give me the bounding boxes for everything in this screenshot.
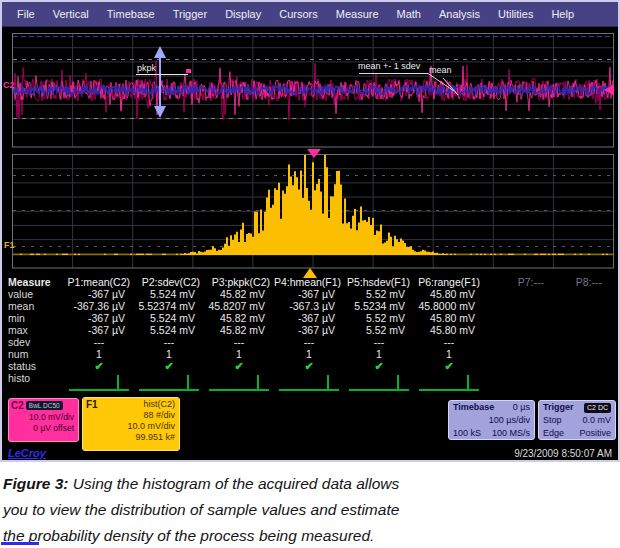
measure-P4-value: -367 µV — [274, 288, 344, 300]
timebase-samples: 100 kS — [453, 427, 481, 440]
f1-bin-scale: 10.0 mV/div — [83, 421, 179, 432]
menu-math[interactable]: Math — [388, 8, 430, 20]
measure-P1-sdev: --- — [64, 336, 134, 348]
row-label-histo: histo — [2, 372, 64, 392]
histicon — [209, 374, 269, 392]
menu-analysis[interactable]: Analysis — [430, 8, 489, 20]
measure-P7-sdev — [484, 336, 548, 348]
row-label-max: max — [2, 324, 64, 336]
trace-f1-label: F1 — [4, 240, 15, 250]
measure-P4-mean: -367.3 µV — [274, 300, 344, 312]
measure-P1-max: -367 µV — [64, 324, 134, 336]
measure-P6-max: 45.80 mV — [414, 324, 484, 336]
timebase-title: Timebase — [453, 401, 494, 414]
measure-P7-status — [484, 360, 548, 372]
measure-P8-histo — [548, 372, 606, 392]
measure-P1-num: 1 — [64, 348, 134, 360]
measure-P2-histo — [134, 372, 204, 392]
row-label-status: status — [2, 360, 64, 372]
measure-P5-value: 5.52 mV — [344, 288, 414, 300]
trigger-level: 0.0 mV — [582, 414, 611, 427]
measure-P3-sdev: --- — [204, 336, 274, 348]
figure-caption-line1: Using the histogram of the acquired data… — [73, 475, 400, 492]
measure-P6-mean: 45.8000 mV — [414, 300, 484, 312]
c2-coupling-badge: BwL DC50 — [26, 401, 63, 410]
param-header-P6[interactable]: P6:range(F1) — [414, 276, 484, 288]
measure-P5-histo — [344, 372, 414, 392]
measure-P2-mean: 5.52374 mV — [134, 300, 204, 312]
menu-cursors[interactable]: Cursors — [270, 8, 327, 20]
measure-P8-status — [548, 360, 606, 372]
pkpk-annotation: pkpk — [137, 63, 156, 73]
figure-caption-line2: you to view the distribution of sample v… — [3, 497, 614, 523]
measure-P6-num: 1 — [414, 348, 484, 360]
measure-P6-min: 45.80 mV — [414, 312, 484, 324]
figure-caption-line3: the probability density of the process b… — [3, 523, 614, 548]
measure-P2-status: ✔ — [134, 360, 204, 372]
measure-P1-histo — [64, 372, 134, 392]
menu-measure[interactable]: Measure — [327, 8, 388, 20]
menu-vertical[interactable]: Vertical — [44, 8, 98, 20]
measure-P3-histo — [204, 372, 274, 392]
histicon — [69, 374, 129, 392]
measure-P4-max: -367 µV — [274, 324, 344, 336]
f1-population: 99.951 k# — [83, 432, 179, 443]
channel-c2-descriptor[interactable]: C2 BwL DC50 10.0 mV/div 0 µV offset — [8, 398, 79, 442]
channel-c2-label: C2 — [3, 80, 15, 90]
menu-bar: FileVerticalTimebaseTriggerDisplayCursor… — [2, 2, 618, 27]
timebase-descriptor[interactable]: Timebase0 µs 100 µs/div 100 kS100 MS/s — [448, 400, 535, 440]
measure-P8-sdev — [548, 336, 606, 348]
menu-file[interactable]: File — [8, 8, 44, 20]
histicon — [419, 374, 479, 392]
mean-annotation: mean — [429, 65, 452, 75]
menu-trigger[interactable]: Trigger — [164, 8, 216, 20]
param-header-P8[interactable]: P8:--- — [548, 276, 606, 288]
param-header-P5[interactable]: P5:hsdev(F1) — [344, 276, 414, 288]
measure-P6-status: ✔ — [414, 360, 484, 372]
measure-P3-min: 45.82 mV — [204, 312, 274, 324]
measure-P1-status: ✔ — [64, 360, 134, 372]
figure-caption-label: Figure 3: — [3, 475, 68, 492]
measure-P1-min: -367 µV — [64, 312, 134, 324]
menu-help[interactable]: Help — [542, 8, 583, 20]
measure-P7-max — [484, 324, 548, 336]
trigger-title: Trigger — [543, 401, 574, 414]
measure-P7-min — [484, 312, 548, 324]
c2-vertical-scale: 10.0 mV/div — [9, 412, 78, 423]
page: FileVerticalTimebaseTriggerDisplayCursor… — [0, 0, 620, 548]
param-header-P2[interactable]: P2:sdev(C2) — [134, 276, 204, 288]
menu-timebase[interactable]: Timebase — [98, 8, 164, 20]
menu-display[interactable]: Display — [216, 8, 270, 20]
measure-P6-histo — [414, 372, 484, 392]
measure-P2-max: 5.524 mV — [134, 324, 204, 336]
measure-P2-min: 5.524 mV — [134, 312, 204, 324]
trigger-descriptor[interactable]: TriggerC2 DC Stop0.0 mV EdgePositive — [538, 400, 616, 440]
measure-P4-status: ✔ — [274, 360, 344, 372]
measure-P3-max: 45.82 mV — [204, 324, 274, 336]
param-header-P3[interactable]: P3:pkpk(C2) — [204, 276, 274, 288]
param-header-P1[interactable]: P1:mean(C2) — [64, 276, 134, 288]
measure-P2-sdev: --- — [134, 336, 204, 348]
row-label-min: min — [2, 312, 64, 324]
measure-P2-value: 5.524 mV — [134, 288, 204, 300]
measure-P5-mean: 5.5234 mV — [344, 300, 414, 312]
caption-underline-mark — [1, 542, 39, 545]
measure-table-title: Measure — [2, 276, 64, 288]
measure-table: MeasureP1:mean(C2)P2:sdev(C2)P3:pkpk(C2)… — [2, 276, 618, 384]
lecroy-logo: LeCroy — [8, 447, 46, 459]
mean-sdev-annotation: mean +- 1 sdev — [358, 61, 420, 71]
c2-descriptor-label: C2 — [11, 400, 24, 411]
measure-P5-status: ✔ — [344, 360, 414, 372]
param-header-P4[interactable]: P4:hmean(F1) — [274, 276, 344, 288]
measure-P3-num: 1 — [204, 348, 274, 360]
measure-P5-sdev: --- — [344, 336, 414, 348]
measure-P3-status: ✔ — [204, 360, 274, 372]
menu-utilities[interactable]: Utilities — [489, 8, 542, 20]
param-header-P7[interactable]: P7:--- — [484, 276, 548, 288]
measure-P7-value — [484, 288, 548, 300]
measure-P8-num — [548, 348, 606, 360]
measure-P4-histo — [274, 372, 344, 392]
measure-P6-sdev: --- — [414, 336, 484, 348]
trigger-type: Edge — [543, 427, 564, 440]
trace-f1-descriptor[interactable]: F1 hist(C2) 88 #/div 10.0 mV/div 99.951 … — [82, 397, 180, 451]
